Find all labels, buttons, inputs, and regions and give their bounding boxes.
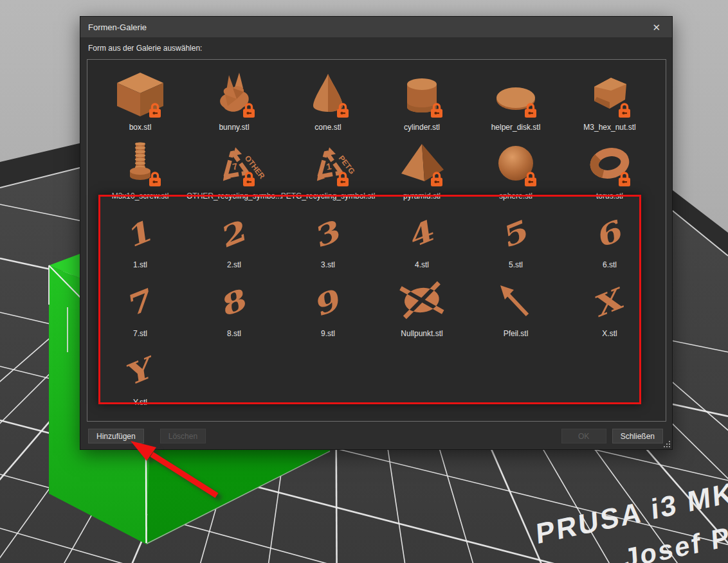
gallery-item-label: cone.stl	[314, 123, 341, 134]
gallery-item[interactable]: 7 7.stl	[93, 271, 187, 340]
svg-text:7: 7	[232, 161, 239, 172]
shape-thumbnail: 3	[281, 206, 375, 260]
gallery-item-label: 6.stl	[603, 260, 617, 271]
gallery-item[interactable]: helper_disk.stl	[469, 65, 563, 134]
resize-grip[interactable]	[663, 440, 671, 448]
gallery-item-label: X.stl	[602, 329, 617, 340]
shape-thumbnail: 8	[187, 275, 281, 329]
shape-thumbnail: 6	[563, 206, 657, 260]
gallery-item[interactable]: 4 4.stl	[375, 202, 469, 271]
gallery-item[interactable]: Nullpunkt.stl	[375, 271, 469, 340]
lock-icon	[430, 102, 444, 121]
gallery-item-label: torus.stl	[596, 192, 623, 202]
lock-icon	[336, 102, 350, 121]
shape-thumbnail: 5	[469, 206, 563, 260]
gallery-item-label: sphere.stl	[499, 192, 532, 202]
gallery-item[interactable]: Y Y.stl	[93, 340, 187, 409]
gallery-item[interactable]: sphere.stl	[469, 134, 563, 202]
shape-thumbnail	[563, 138, 657, 192]
gallery-grid: box.stl bunny.stl cone.stl cylinder.stl …	[87, 60, 666, 409]
dialog-title: Formen-Galerie	[88, 22, 147, 32]
shape-thumbnail	[469, 69, 563, 123]
shape-thumbnail: 2	[187, 206, 281, 260]
gallery-item[interactable]: cone.stl	[281, 65, 375, 134]
shape-thumbnail: 1	[93, 206, 187, 260]
svg-text:1: 1	[325, 161, 332, 172]
lock-icon	[430, 170, 444, 190]
gallery-item-label: 3.stl	[321, 260, 335, 271]
gallery-item[interactable]: 8 8.stl	[187, 271, 281, 340]
lock-icon	[148, 170, 162, 190]
close-icon: ✕	[652, 22, 660, 33]
lock-icon	[242, 102, 256, 121]
shape-thumbnail	[281, 69, 375, 123]
gallery-item-label: cylinder.stl	[404, 123, 440, 134]
gallery-item-label: Nullpunkt.stl	[401, 329, 442, 340]
gallery-item[interactable]: Pfeil.stl	[469, 271, 563, 340]
shape-thumbnail	[375, 69, 469, 123]
gallery-item[interactable]: 1 1.stl	[93, 202, 187, 271]
close-dialog-button[interactable]: Schließen	[612, 429, 663, 443]
gallery-item[interactable]: box.stl	[93, 65, 187, 134]
lock-icon	[523, 102, 538, 121]
gallery-item[interactable]: 2 2.stl	[187, 202, 281, 271]
gallery-item[interactable]: 5 5.stl	[469, 202, 563, 271]
gallery-item[interactable]: 9 9.stl	[281, 271, 375, 340]
gallery-item[interactable]: bunny.stl	[187, 65, 281, 134]
gallery-item[interactable]: 1 PETG PETG_recycling_symbol.stl	[281, 134, 375, 202]
gallery-item-label: 8.stl	[227, 329, 241, 340]
gallery-item-label: pyramid.stl	[403, 192, 441, 202]
ok-button[interactable]: OK	[561, 429, 606, 443]
gallery-item-label: M3_hex_nut.stl	[583, 123, 635, 134]
gallery-item[interactable]: 6 6.stl	[563, 202, 657, 271]
gallery-item-label: bunny.stl	[219, 123, 249, 134]
gallery-item[interactable]: torus.stl	[563, 134, 657, 202]
shape-thumbnail: 7	[93, 275, 187, 329]
close-button[interactable]: ✕	[648, 21, 664, 33]
delete-button[interactable]: Löschen	[160, 429, 206, 443]
gallery-item-label: helper_disk.stl	[491, 123, 541, 134]
gallery-item-label: Y.stl	[133, 398, 147, 409]
shape-thumbnail	[375, 275, 469, 329]
shape-thumbnail	[469, 275, 563, 329]
shape-thumbnail: X	[563, 275, 657, 329]
gallery-item[interactable]: cylinder.stl	[375, 65, 469, 134]
gallery-panel: box.stl bunny.stl cone.stl cylinder.stl …	[87, 59, 666, 422]
add-button[interactable]: Hinzufügen	[88, 429, 144, 443]
gallery-item-label: OTHER_recycling_symbo...	[187, 192, 282, 202]
lock-icon	[617, 170, 632, 190]
gallery-item[interactable]: 3 3.stl	[281, 202, 375, 271]
gallery-item-label: Pfeil.stl	[504, 329, 529, 340]
lock-icon	[242, 170, 256, 190]
gallery-item-label: 2.stl	[227, 260, 241, 271]
gallery-item-label: PETG_recycling_symbol.stl	[281, 192, 376, 202]
gallery-item-label: 5.stl	[509, 260, 523, 271]
gallery-item-label: M3x10_screw.stl	[112, 192, 169, 202]
shape-thumbnail	[93, 69, 187, 123]
gallery-item[interactable]: M3x10_screw.stl	[93, 134, 187, 202]
shape-thumbnail	[93, 138, 187, 192]
lock-icon	[523, 170, 538, 190]
shape-thumbnail: 4	[375, 206, 469, 260]
gallery-item-label: box.stl	[129, 123, 152, 134]
shape-thumbnail: 9	[281, 275, 375, 329]
gallery-item-label: 1.stl	[133, 260, 147, 271]
lock-icon	[617, 102, 632, 121]
shape-gallery-dialog: Formen-Galerie ✕ Form aus der Galerie au…	[80, 16, 673, 450]
gallery-item[interactable]: 7 OTHER OTHER_recycling_symbo...	[187, 134, 281, 202]
shape-thumbnail	[469, 138, 563, 192]
gallery-item[interactable]: X X.stl	[563, 271, 657, 340]
shape-thumbnail	[563, 69, 657, 123]
gallery-item-label: 9.stl	[321, 329, 335, 340]
gallery-item[interactable]: pyramid.stl	[375, 134, 469, 202]
dialog-titlebar[interactable]: Formen-Galerie ✕	[80, 17, 672, 37]
gallery-item-label: 7.stl	[133, 329, 147, 340]
lock-icon	[148, 102, 162, 121]
shape-thumbnail	[375, 138, 469, 192]
lock-icon	[336, 170, 350, 190]
shape-thumbnail	[187, 69, 281, 123]
gallery-item[interactable]: M3_hex_nut.stl	[563, 65, 657, 134]
shape-thumbnail: 7 OTHER	[187, 138, 281, 192]
shape-thumbnail: Y	[93, 344, 187, 398]
shape-thumbnail: 1 PETG	[281, 138, 375, 192]
